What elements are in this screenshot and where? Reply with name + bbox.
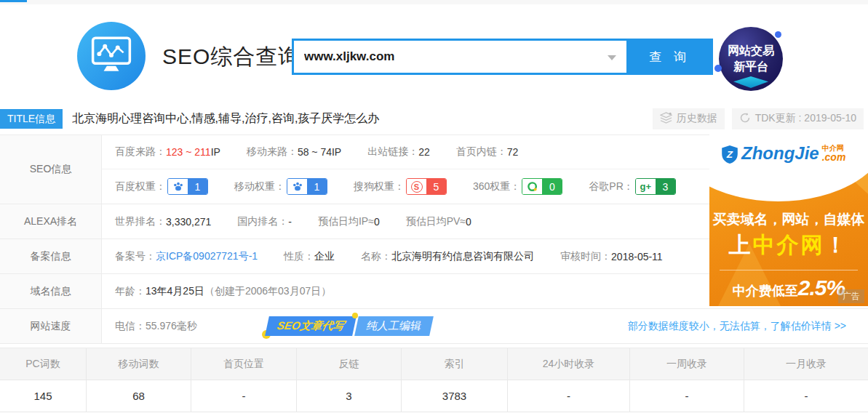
domestic-rank: 国内排名： - [237, 215, 292, 228]
ad-tag: 广告 [838, 289, 864, 303]
row-label-speed: 网站速度 [0, 309, 102, 343]
estimated-daily-pv: 预估日均PV≈ 0 [406, 215, 471, 228]
360-weight: 360权重： 0 [473, 178, 562, 195]
stats-value-mobile-words: 68 [87, 380, 191, 412]
sogou-weight: 搜狗权重： S 5 [354, 178, 447, 195]
stats-header-index: 索引 [402, 348, 508, 380]
seo-article-promo-banner[interactable]: SEO文章代写 纯人工编辑 [267, 316, 431, 336]
table-row-speed: 网站速度 电信： 55.976毫秒 SEO文章代写 纯人工编辑 部分数据维度较小… [0, 309, 868, 344]
history-data-link[interactable]: 历史数据 [653, 108, 725, 129]
stats-value-index: 3783 [402, 380, 508, 412]
outbound-links: 出站链接： 22 [367, 145, 430, 159]
ad-slogan: 上中介网！ [709, 230, 868, 260]
layers-icon [660, 112, 672, 126]
telecom-speed: 电信： 55.976毫秒 [115, 320, 197, 333]
stats-header-24h-included: 24小时收录 [508, 348, 630, 380]
audit-date: 审核时间： 2018-05-11 [560, 250, 663, 263]
stats-value-pc-words: 145 [0, 380, 87, 412]
page-title: SEO综合查询 [162, 42, 300, 72]
site-trade-badge-line1: 网站交易 [728, 43, 774, 59]
360-weight-badge[interactable]: 0 [522, 178, 562, 195]
stats-header-week-included: 一周收录 [630, 348, 744, 380]
title-bar: TITLE信息 北京海明心理咨询中心,情感,辅导,治疗,咨询,孩子厌学怎么办 历… [0, 107, 868, 130]
zhongjie-logo: Z ZhongJie 中介网 .com [721, 145, 845, 167]
caret-down-icon[interactable] [608, 55, 616, 60]
icp-number: 备案号： 京ICP备09027721号-1 [115, 250, 258, 263]
baidu-weight-badge[interactable]: 1 [167, 178, 208, 195]
baidu-paw-icon [168, 179, 188, 194]
site-trade-badge-line2: 新平台 [733, 59, 768, 75]
stats-header-mobile-words: 移动词数 [87, 348, 191, 380]
refresh-icon [739, 112, 751, 126]
baidu-weight: 百度权重： 1 [115, 178, 208, 195]
mobile-weight: 移动权重： 1 [234, 178, 327, 195]
seo-query-page: SEO综合查询 查 询 网站交易 新平台 TITLE信息 北京海明心理咨询中心,… [0, 0, 868, 413]
site-trade-badge[interactable]: 网站交易 新平台 [719, 27, 783, 91]
stats-header-month-included: 一月收录 [744, 348, 868, 380]
history-data-label: 历史数据 [677, 112, 717, 125]
stats-header-row: PC词数 移动词数 首页位置 反链 索引 24小时收录 一周收录 一月收录 [0, 348, 868, 380]
tdk-update-label: TDK更新 : 2019-05-10 [755, 112, 856, 125]
search-input-wrap [294, 41, 626, 73]
sogou-s-icon: S [407, 179, 426, 194]
row-label-seo: SEO信息 [0, 135, 102, 204]
mobile-weight-badge[interactable]: 1 [287, 178, 327, 195]
svg-text:Z: Z [726, 149, 733, 160]
tdk-update-status: TDK更新 : 2019-05-10 [732, 108, 864, 129]
domain-age: 年龄： 13年4月25日 （创建于2006年03月07日） [115, 285, 331, 298]
monitor-chart-icon [91, 36, 132, 76]
speed-row-content: 电信： 55.976毫秒 SEO文章代写 纯人工编辑 部分数据维度较小，无法估算… [102, 309, 868, 343]
ad-headline: 买卖域名，网站，自媒体 [709, 210, 868, 229]
estimate-detail-link[interactable]: 部分数据维度较小，无法估算，了解估价详情 >> [628, 320, 846, 333]
google-plus-icon: g+ [636, 179, 656, 194]
icp-number-link[interactable]: 京ICP备09027721号-1 [156, 250, 258, 263]
app-logo [77, 22, 146, 90]
google-pr: 谷歌PR： g+ 3 [589, 178, 675, 195]
row-label-beian: 备案信息 [0, 239, 102, 273]
homepage-internal-links: 首页内链： 72 [456, 145, 519, 159]
search-bar: 查 询 [292, 39, 713, 75]
baidu-traffic: 百度来路： 123 ~ 211 IP [115, 145, 220, 159]
360-circle-icon [522, 179, 542, 194]
estimated-daily-ip: 预估日均IP≈ 0 [318, 215, 380, 228]
glow-platform-decor [733, 76, 768, 88]
stats-value-week-included: - [630, 380, 744, 412]
query-button[interactable]: 查 询 [626, 39, 713, 75]
stats-header-backlinks: 反链 [297, 348, 402, 380]
stats-header-home-position: 首页位置 [191, 348, 297, 380]
keyword-stats-table: PC词数 移动词数 首页位置 反链 索引 24小时收录 一周收录 一月收录 14… [0, 348, 868, 412]
row-label-domain: 域名信息 [0, 274, 102, 308]
row-label-alexa: ALEXA排名 [0, 204, 102, 238]
mobile-traffic: 移动来路： 58 ~ 74 IP [247, 145, 341, 159]
site-title-text: 北京海明心理咨询中心,情感,辅导,治疗,咨询,孩子厌学怎么办 [72, 111, 379, 127]
stats-value-home-position: - [191, 380, 297, 412]
stats-header-pc-words: PC词数 [0, 348, 87, 380]
world-rank: 世界排名： 3,330,271 [115, 215, 211, 228]
top-strip-accent [0, 0, 27, 2]
google-pr-badge[interactable]: g+ 3 [635, 178, 676, 195]
shield-z-icon: Z [721, 145, 738, 167]
sogou-weight-badge[interactable]: S 5 [406, 178, 447, 195]
stats-value-24h-included: - [508, 380, 630, 412]
org-name: 名称： 北京海明有约信息咨询有限公司 [361, 250, 534, 263]
stats-value-backlinks: 3 [297, 380, 402, 412]
stats-value-row: 145 68 - 3 3783 - - - [0, 380, 868, 412]
title-info-label: TITLE信息 [0, 109, 63, 129]
stats-value-month-included: - [744, 380, 868, 412]
ad-divider [720, 270, 858, 270]
top-strip [0, 0, 868, 4]
title-bar-right: 历史数据 TDK更新 : 2019-05-10 [653, 107, 864, 130]
search-input[interactable] [294, 41, 626, 73]
zhongjie-ad-banner[interactable]: Z ZhongJie 中介网 .com 买卖域名，网站，自媒体 上中介网！ 中介… [709, 135, 868, 306]
baidu-paw-icon [287, 179, 307, 194]
org-type: 性质： 企业 [284, 250, 335, 263]
